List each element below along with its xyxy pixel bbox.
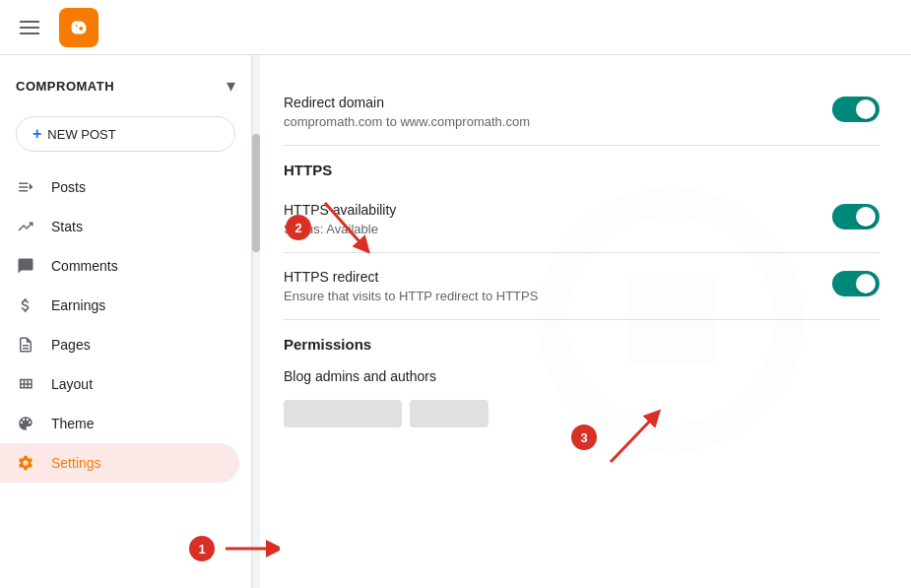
- sidebar-item-stats[interactable]: Stats: [0, 207, 239, 246]
- https-redirect-text: HTTPS redirect Ensure that visits to HTT…: [284, 269, 538, 303]
- sidebar-item-earnings[interactable]: Earnings: [0, 286, 239, 325]
- stats-icon: [16, 217, 35, 236]
- https-redirect-subtitle: Ensure that visits to HTTP redirect to H…: [284, 289, 538, 303]
- sidebar-item-theme-label: Theme: [51, 416, 95, 431]
- sidebar-item-posts[interactable]: Posts: [0, 167, 239, 207]
- theme-icon: [16, 414, 35, 433]
- comments-icon: [16, 256, 35, 276]
- scrollbar-track[interactable]: [252, 55, 260, 588]
- hamburger-button[interactable]: [12, 13, 47, 42]
- permissions-heading: Permissions: [284, 320, 879, 360]
- https-redirect-toggle[interactable]: [832, 271, 879, 296]
- sidebar-item-stats-label: Stats: [51, 219, 83, 234]
- posts-icon: [16, 177, 35, 197]
- chevron-down-icon: ▾: [227, 75, 235, 97]
- add-authors-bar: [284, 400, 879, 427]
- pages-icon: [16, 335, 35, 355]
- sidebar-item-pages-label: Pages: [51, 337, 91, 353]
- sidebar-item-layout-label: Layout: [51, 376, 93, 392]
- blogger-logo: [59, 8, 98, 47]
- blog-name: COMPROMATH: [16, 79, 114, 94]
- https-heading: HTTPS: [284, 146, 879, 186]
- https-availability-section: HTTPS availability Status: Available: [284, 186, 879, 253]
- sidebar-item-comments-label: Comments: [51, 258, 118, 274]
- sidebar: COMPROMATH ▾ + NEW POST Posts Stats Comm…: [0, 55, 252, 588]
- author-slot-1: [284, 400, 402, 427]
- scrollbar-thumb[interactable]: [252, 134, 260, 252]
- new-post-button[interactable]: + NEW POST: [16, 116, 235, 152]
- author-slot-2: [410, 400, 488, 427]
- redirect-domain-section: Redirect domain compromath.com to www.co…: [284, 79, 879, 146]
- https-redirect-row: HTTPS redirect Ensure that visits to HTT…: [284, 269, 879, 303]
- redirect-domain-title: Redirect domain: [284, 95, 530, 110]
- sidebar-item-settings-label: Settings: [51, 455, 101, 471]
- main-content: Redirect domain compromath.com to www.co…: [252, 55, 911, 588]
- sidebar-item-theme[interactable]: Theme: [0, 404, 239, 443]
- earnings-icon: [16, 295, 35, 315]
- settings-icon: [16, 453, 35, 473]
- sidebar-item-earnings-label: Earnings: [51, 297, 105, 313]
- redirect-domain-text: Redirect domain compromath.com to www.co…: [284, 95, 530, 129]
- sidebar-item-pages[interactable]: Pages: [0, 325, 239, 364]
- https-availability-toggle[interactable]: [832, 204, 879, 229]
- sidebar-item-posts-label: Posts: [51, 179, 86, 195]
- redirect-domain-subtitle: compromath.com to www.compromath.com: [284, 114, 530, 129]
- layout-icon: [16, 374, 35, 394]
- https-availability-text: HTTPS availability Status: Available: [284, 202, 396, 236]
- new-post-label: NEW POST: [47, 127, 115, 142]
- top-bar: [0, 0, 911, 55]
- plus-icon: +: [33, 125, 41, 143]
- redirect-domain-toggle[interactable]: [832, 97, 879, 122]
- https-redirect-section: HTTPS redirect Ensure that visits to HTT…: [284, 253, 879, 320]
- sidebar-item-settings[interactable]: Settings: [0, 443, 239, 483]
- redirect-domain-row: Redirect domain compromath.com to www.co…: [284, 95, 879, 129]
- https-availability-subtitle: Status: Available: [284, 222, 396, 236]
- https-availability-title: HTTPS availability: [284, 202, 396, 218]
- https-availability-row: HTTPS availability Status: Available: [284, 202, 879, 236]
- sidebar-item-layout[interactable]: Layout: [0, 364, 239, 404]
- blog-name-row[interactable]: COMPROMATH ▾: [0, 63, 251, 108]
- sidebar-item-comments[interactable]: Comments: [0, 246, 239, 286]
- https-redirect-title: HTTPS redirect: [284, 269, 538, 285]
- permissions-label: Blog admins and authors: [284, 368, 436, 384]
- permissions-row: Blog admins and authors: [284, 360, 879, 392]
